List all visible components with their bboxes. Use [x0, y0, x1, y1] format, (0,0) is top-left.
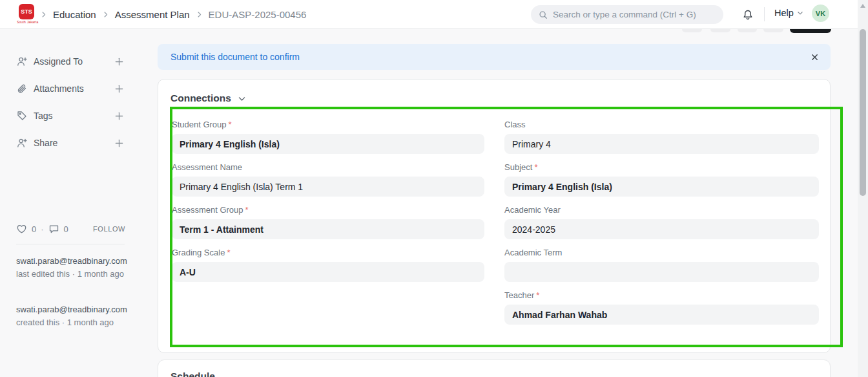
academic-term-input[interactable]	[504, 262, 819, 282]
scrollbar-up-arrow[interactable]	[860, 4, 865, 8]
field-label: Assessment Name	[172, 162, 242, 172]
field-label: Assessment Group	[172, 205, 243, 215]
share-icon	[17, 138, 27, 148]
sidebar-divider	[16, 244, 125, 244]
document-sidebar: Assigned To Attachments Tags	[0, 30, 155, 377]
likes-count: 0	[32, 224, 36, 234]
help-label: Help	[774, 8, 794, 18]
banner-message: Submit this document to confirm	[170, 52, 808, 62]
scrollbar-thumb[interactable]	[860, 29, 866, 196]
class-input[interactable]: Primary 4	[504, 134, 819, 154]
add-tag-button[interactable]	[114, 111, 124, 121]
field-label: Academic Year	[504, 205, 561, 215]
breadcrumb-education[interactable]: Education	[53, 9, 96, 20]
form-fields: Student Group* Primary 4 English (Isla) …	[158, 104, 830, 325]
search-input[interactable]	[553, 10, 716, 19]
teacher-input[interactable]: Ahmad Farhan Wahab	[504, 305, 819, 325]
field-teacher: Teacher* Ahmad Farhan Wahab	[504, 290, 819, 325]
breadcrumb-document-id[interactable]: EDU-ASP-2025-00456	[209, 9, 307, 20]
field-label: Teacher	[504, 290, 534, 300]
navbar: STS South Jakarta Education Assessment P…	[0, 0, 868, 29]
logo-caption: South Jakarta	[17, 20, 36, 24]
toolbar-button-clipped[interactable]	[763, 29, 783, 32]
academic-year-input[interactable]: 2024-2025	[504, 219, 819, 239]
field-label: Student Group	[172, 120, 227, 129]
connections-section-toggle[interactable]: Connections	[158, 80, 830, 104]
search-icon	[539, 10, 548, 19]
chevron-down-icon	[797, 10, 803, 16]
toolbar-button-clipped[interactable]	[738, 29, 757, 32]
bell-icon	[742, 9, 754, 21]
navbar-divider	[764, 7, 765, 21]
global-search[interactable]	[531, 5, 723, 24]
submit-reminder-banner: Submit this document to confirm	[158, 44, 831, 70]
breadcrumb-assessment-plan[interactable]: Assessment Plan	[115, 9, 190, 20]
dot-separator: ·	[41, 224, 43, 234]
comment-icon[interactable]	[48, 224, 59, 234]
tag-icon	[17, 111, 27, 121]
section-title: Connections	[170, 92, 231, 104]
scrollbar[interactable]	[858, 0, 868, 377]
user-plus-icon	[17, 56, 27, 67]
field-assessment-group: Assessment Group* Term 1 - Attainment	[172, 205, 484, 239]
field-label: Class	[504, 120, 526, 129]
required-marker: *	[229, 120, 232, 129]
sidebar-item-attachments[interactable]: Attachments	[0, 75, 155, 102]
sidebar-item-label: Assigned To	[34, 56, 83, 67]
add-assignment-button[interactable]	[114, 56, 124, 67]
schedule-card: Schedule	[158, 360, 831, 377]
field-empty-slot	[172, 290, 484, 325]
schedule-section-toggle[interactable]: Schedule	[158, 360, 830, 377]
help-menu[interactable]: Help	[774, 8, 803, 18]
activity-last-edited: swati.parab@treadbinary.com last edited …	[16, 255, 141, 280]
app-logo[interactable]: STS South Jakarta	[17, 4, 36, 24]
toolbar-button-clipped[interactable]	[710, 29, 730, 32]
sidebar-item-label: Tags	[34, 111, 53, 121]
student-group-input[interactable]: Primary 4 English (Isla)	[172, 134, 484, 154]
field-subject: Subject* Primary 4 English (Isla)	[504, 162, 819, 197]
activity-user: swati.parab@treadbinary.com	[16, 305, 127, 314]
chevron-right-icon	[102, 11, 109, 18]
chevron-right-icon	[196, 11, 203, 18]
sidebar-item-label: Attachments	[34, 83, 84, 94]
field-academic-year: Academic Year 2024-2025	[504, 205, 819, 239]
field-assessment-name: Assessment Name Primary 4 English (Isla)…	[172, 162, 484, 197]
assessment-name-input[interactable]: Primary 4 English (Isla) Term 1	[172, 177, 484, 197]
chevron-down-icon	[238, 94, 246, 103]
activity-action: last edited this · 1 month ago	[16, 269, 124, 279]
field-label: Academic Term	[504, 248, 562, 257]
subject-input[interactable]: Primary 4 English (Isla)	[504, 177, 819, 197]
assessment-group-input[interactable]: Term 1 - Attainment	[172, 219, 484, 239]
avatar[interactable]: VK	[812, 5, 829, 22]
required-marker: *	[245, 205, 249, 215]
sidebar-item-share[interactable]: Share	[0, 129, 155, 156]
notifications-button[interactable]	[740, 7, 756, 23]
field-class: Class Primary 4	[504, 120, 819, 154]
sidebar-item-tags[interactable]: Tags	[0, 102, 155, 129]
sidebar-item-assigned-to[interactable]: Assigned To	[0, 48, 155, 75]
activity-created: swati.parab@treadbinary.com created this…	[16, 303, 141, 329]
breadcrumb: Education Assessment Plan EDU-ASP-2025-0…	[40, 0, 306, 29]
connections-card: Connections Student Group* Primary 4 Eng…	[158, 79, 831, 353]
field-label: Grading Scale	[172, 248, 225, 257]
reactions-row: 0 · 0	[16, 224, 68, 234]
heart-icon[interactable]	[16, 224, 27, 234]
field-grading-scale: Grading Scale* A-U	[172, 248, 484, 282]
follow-button[interactable]: FOLLOW	[93, 225, 125, 233]
banner-close-button[interactable]	[808, 50, 822, 64]
activity-action: created this · 1 month ago	[16, 318, 114, 327]
required-marker: *	[534, 162, 537, 172]
section-title: Schedule	[170, 371, 215, 377]
chevron-right-icon	[40, 11, 47, 18]
required-marker: *	[536, 290, 539, 300]
logo-icon: STS	[19, 4, 34, 19]
sidebar-item-label: Share	[34, 138, 57, 148]
activity-user: swati.parab@treadbinary.com	[16, 256, 127, 266]
add-attachment-button[interactable]	[114, 83, 124, 94]
toolbar-button-clipped[interactable]	[682, 29, 702, 32]
grading-scale-input[interactable]: A-U	[172, 262, 484, 282]
primary-action-button-clipped[interactable]	[790, 29, 831, 33]
required-marker: *	[227, 248, 230, 257]
add-share-button[interactable]	[114, 138, 124, 148]
field-academic-term: Academic Term	[504, 248, 819, 282]
